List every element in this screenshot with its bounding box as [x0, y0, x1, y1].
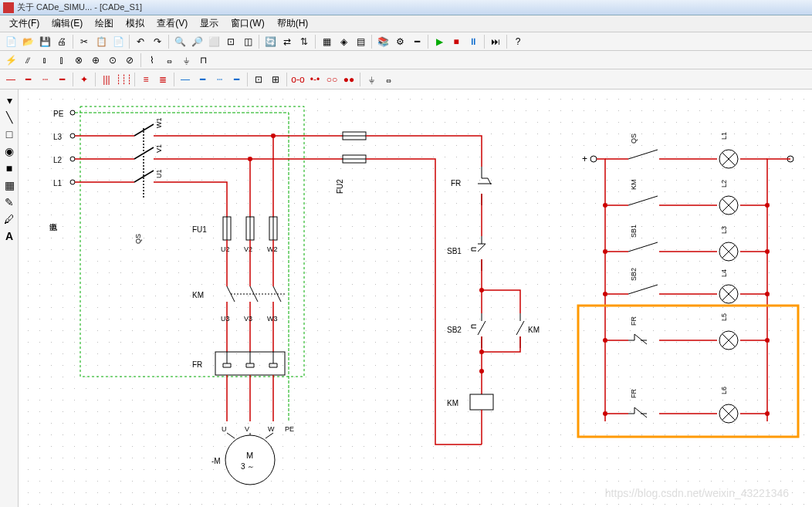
cut-icon[interactable]: ✂ [76, 34, 92, 49]
menu-view[interactable]: 查看(V) [151, 15, 194, 32]
print-icon[interactable]: 🖨 [54, 34, 69, 49]
conn-3-icon[interactable]: ○○ [324, 72, 340, 87]
conn-2-icon[interactable]: •-• [307, 72, 323, 87]
zoom-out-icon[interactable]: 🔎 [189, 34, 205, 49]
comp-4-icon[interactable]: ⫿ [54, 52, 69, 68]
separator [134, 73, 135, 86]
comp-11-icon[interactable]: ⏚ [178, 52, 194, 68]
bus-h-icon[interactable]: ≡ [138, 72, 154, 87]
select-icon[interactable]: ▾ [2, 93, 17, 108]
separator [168, 35, 169, 49]
wire-blue-icon[interactable]: — [178, 72, 193, 87]
rect-icon[interactable]: □ [2, 127, 17, 142]
paste-icon[interactable]: 📄 [110, 34, 126, 49]
line-icon[interactable]: ╲ [2, 110, 17, 125]
bus3-icon[interactable]: ||| [99, 72, 114, 87]
wire-red2-icon[interactable]: ━ [20, 72, 36, 87]
separator [286, 73, 287, 86]
pause-icon[interactable]: ⏸ [465, 34, 481, 49]
node-icon[interactable]: ✦ [76, 72, 92, 87]
pencil-icon[interactable]: ✎ [2, 194, 17, 210]
undo-icon[interactable]: ↶ [133, 34, 148, 49]
comp-6-icon[interactable]: ⊕ [88, 52, 103, 68]
conn-4-icon[interactable]: ●● [341, 72, 357, 87]
circle-icon[interactable]: ◉ [2, 144, 17, 159]
zoom-extents-icon[interactable]: ◫ [240, 34, 255, 49]
play-icon[interactable]: ▶ [431, 34, 447, 49]
conn-1-icon[interactable]: o-o [290, 72, 306, 87]
svg-point-33 [765, 411, 770, 416]
redo-icon[interactable]: ↷ [150, 34, 165, 49]
comp-9-icon[interactable]: ⌇ [144, 52, 160, 68]
label-u: U [222, 425, 227, 433]
menu-file[interactable]: 文件(F) [3, 15, 46, 32]
gnd-icon[interactable]: ⏚ [364, 72, 379, 87]
zoom-window-icon[interactable]: ⬜ [206, 34, 222, 49]
selection-box [80, 106, 304, 377]
comp-12-icon[interactable]: ⊓ [195, 52, 211, 68]
label-pe: PE [53, 110, 64, 118]
eyedrop-icon[interactable]: 🖊 [2, 211, 17, 227]
wire-icon[interactable]: ━ [409, 34, 425, 49]
grid-icon[interactable]: ▦ [319, 34, 334, 49]
flip-icon[interactable]: ⇅ [296, 34, 312, 49]
library-icon[interactable]: 📚 [375, 34, 391, 49]
comp-8-icon[interactable]: ⊘ [122, 52, 137, 68]
menu-display[interactable]: 显示 [194, 15, 225, 32]
zoom-in-icon[interactable]: 🔍 [172, 34, 188, 49]
menu-help[interactable]: 帮助(H) [271, 15, 315, 32]
text-icon[interactable]: A [2, 228, 17, 244]
label-lad-fr2: FR [630, 389, 638, 398]
wire-red3-icon[interactable]: ━ [54, 72, 69, 87]
label-lad-fr1: FR [630, 316, 638, 326]
wire-blue2-icon[interactable]: ━ [195, 72, 210, 87]
comp-10-icon[interactable]: ⏛ [161, 52, 177, 68]
component-icon[interactable]: ⚙ [392, 34, 408, 49]
new-icon[interactable]: 📄 [3, 34, 19, 49]
canvas[interactable]: PE L3 L2 L1 电源 [19, 90, 812, 507]
term-2-icon[interactable]: ⊞ [268, 72, 283, 87]
hatch-icon[interactable]: ▦ [2, 177, 17, 193]
open-icon[interactable]: 📂 [20, 34, 36, 49]
save-icon[interactable]: 💾 [37, 34, 52, 49]
svg-point-2 [70, 157, 75, 161]
menu-edit[interactable]: 编辑(E) [46, 15, 89, 32]
wire-red-icon[interactable]: — [3, 72, 19, 87]
comp-7-icon[interactable]: ⊙ [105, 52, 120, 68]
term-1-icon[interactable]: ⊡ [251, 72, 266, 87]
label-sb1: SB1 [447, 247, 462, 255]
separator [73, 35, 73, 49]
label-motor-3: 3 ～ [241, 462, 255, 471]
layer-icon[interactable]: ▤ [353, 34, 368, 49]
snap-icon[interactable]: ◈ [336, 34, 351, 49]
rotate-icon[interactable]: 🔄 [262, 34, 278, 49]
comp-1-icon[interactable]: ⚡ [3, 52, 19, 68]
bus3b-icon[interactable]: ┊┊┊ [116, 72, 131, 87]
label-w1: W1 [155, 118, 163, 129]
side-toolbar: ▾ ╲ □ ◉ ■ ▦ ✎ 🖊 A [0, 90, 19, 507]
wire-blue-dash-icon[interactable]: ┄ [211, 72, 227, 87]
copy-icon[interactable]: 📋 [93, 34, 109, 49]
menu-draw[interactable]: 绘图 [89, 15, 120, 32]
toolbar-wires: — ━ ┄ ━ ✦ ||| ┊┊┊ ≡ ≣ — ━ ┄ ━ ⊡ ⊞ o-o •-… [0, 69, 812, 90]
menu-simulate[interactable]: 模拟 [120, 15, 151, 32]
label-v2: V2 [244, 245, 252, 253]
earth-icon[interactable]: ⏛ [381, 72, 396, 87]
comp-2-icon[interactable]: ⫽ [20, 52, 36, 68]
label-sb2: SB2 [447, 326, 462, 334]
fill-rect-icon[interactable]: ■ [2, 161, 17, 176]
comp-3-icon[interactable]: ⫾ [37, 52, 52, 68]
comp-5-icon[interactable]: ⊗ [71, 52, 86, 68]
menu-bar: 文件(F) 编辑(E) 绘图 模拟 查看(V) 显示 窗口(W) 帮助(H) [0, 15, 812, 32]
menu-window[interactable]: 窗口(W) [225, 15, 270, 32]
wire-blue3-icon[interactable]: ━ [228, 72, 244, 87]
schematic-svg: PE L3 L2 L1 电源 [19, 90, 812, 507]
stop-icon[interactable]: ■ [448, 34, 464, 49]
svg-point-1 [70, 134, 75, 138]
zoom-fit-icon[interactable]: ⊡ [223, 34, 239, 49]
help-icon[interactable]: ? [510, 34, 526, 49]
bus-h2-icon[interactable]: ≣ [155, 72, 171, 87]
mirror-icon[interactable]: ⇄ [279, 34, 295, 49]
wire-red-dash-icon[interactable]: ┄ [37, 72, 52, 87]
step-icon[interactable]: ⏭ [488, 34, 503, 49]
